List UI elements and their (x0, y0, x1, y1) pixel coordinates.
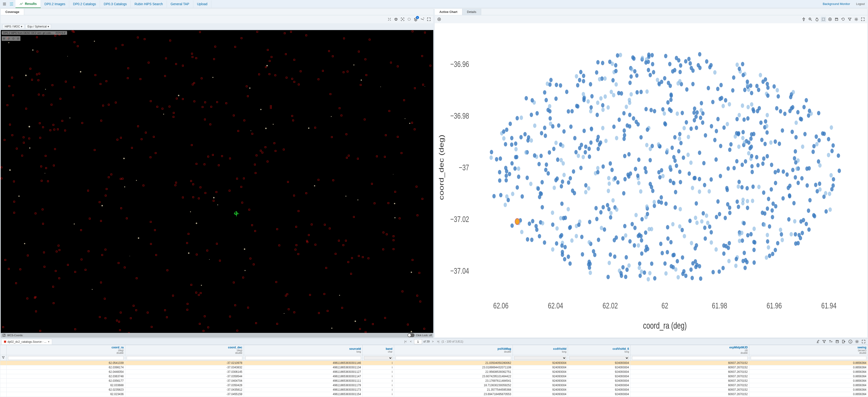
center-icon[interactable] (400, 17, 405, 22)
prev-page-icon[interactable]: < (409, 339, 413, 344)
click-lock-toggle[interactable] (407, 333, 414, 337)
filter-ccdVisitId_6[interactable] (568, 355, 630, 361)
svg-point-239 (678, 170, 682, 174)
table-row[interactable]: 62.0541339-37.0210978496118653830301146i… (0, 361, 868, 365)
table-row[interactable]: 62.0356177-37.0404704496118653830301111i… (0, 379, 868, 383)
info-icon[interactable] (848, 339, 853, 344)
col-sourceId[interactable]: sourceIdlong (244, 345, 363, 355)
row-checkbox[interactable] (0, 370, 6, 374)
next-page-icon[interactable]: > (431, 339, 434, 344)
row-checkbox[interactable] (0, 374, 6, 379)
checkbox-header[interactable] (0, 345, 6, 355)
zoom-in-icon[interactable]: ⊕ (2, 36, 6, 41)
svg-point-502 (765, 124, 768, 128)
col-coord_dec[interactable]: coord_dec(deg)double (125, 345, 244, 355)
svg-point-461 (807, 227, 810, 232)
settings-icon[interactable] (854, 17, 859, 22)
text-options-icon[interactable] (828, 339, 833, 344)
menu-icon[interactable] (1, 1, 7, 7)
zoom-fit-icon[interactable]: ⊙ (11, 36, 16, 41)
tab-dp02-images[interactable]: DP0.2 Images (41, 0, 69, 7)
table-row[interactable]: 62.023436-37.0455159496118653830301154i2… (0, 392, 868, 397)
lock-icon[interactable] (420, 17, 425, 22)
filter-sourceId[interactable] (244, 355, 363, 361)
table-settings-icon[interactable] (855, 339, 860, 344)
color-icon[interactable] (394, 17, 399, 22)
app-logo[interactable] (8, 1, 14, 7)
filter-psfAbMag[interactable] (394, 355, 513, 361)
expand-icon[interactable] (426, 17, 431, 22)
row-checkbox[interactable] (0, 361, 6, 365)
tab-hips-search[interactable]: Rubin HiPS Search (131, 0, 167, 7)
filter-ccdVisitId[interactable] (513, 355, 568, 361)
table-row[interactable]: 62.0398174-37.0343832496118653830301134i… (0, 365, 868, 370)
sky-image[interactable]: DP0.2 HiPS from DESC DC2 sim: gri colo… … (1, 30, 433, 333)
page-input[interactable] (414, 339, 422, 344)
table-row[interactable]: 62.0363748-37.0359544496118653830301147i… (0, 374, 868, 379)
select-icon[interactable] (821, 17, 826, 22)
pin-icon[interactable] (801, 17, 806, 22)
close-icon[interactable]: × (48, 340, 50, 343)
active-chart-tab[interactable]: Active Chart (435, 9, 462, 15)
reset-zoom-icon[interactable] (828, 17, 833, 22)
zoom-icon[interactable] (808, 17, 813, 22)
row-checkbox[interactable] (0, 388, 6, 392)
add-column-icon[interactable] (841, 339, 846, 344)
tab-upload[interactable]: Upload (193, 0, 211, 7)
row-checkbox[interactable] (0, 365, 6, 370)
table-tab[interactable]: dp02_dc2_catalogs.Source - ... × (1, 339, 52, 344)
layers-icon[interactable] (413, 17, 418, 22)
logout-link[interactable]: Logout (856, 2, 867, 6)
hips-moc-dropdown[interactable]: HiPS / MOC ▾ (3, 24, 24, 29)
save-icon[interactable] (834, 17, 839, 22)
add-chart-icon[interactable] (437, 17, 442, 22)
filter-coord_ra[interactable] (6, 355, 125, 361)
scatter-chart[interactable]: 62.0662.0462.026261.9861.9661.94−36.96−3… (435, 23, 867, 338)
details-tab[interactable]: Details (462, 9, 482, 15)
restore-icon[interactable] (841, 17, 846, 22)
col-seeing[interactable]: seeing(arcsec)double (749, 345, 868, 355)
coverage-tab[interactable]: Coverage (1, 9, 24, 15)
col-coord_ra[interactable]: coord_ra(deg)double (6, 345, 125, 355)
tab-dp02-catalogs[interactable]: DP0.2 Catalogs (69, 0, 100, 7)
row-checkbox[interactable] (0, 392, 6, 397)
background-monitor-link[interactable]: Background Monitor (823, 2, 850, 6)
region-icon[interactable] (407, 17, 412, 22)
svg-point-562 (762, 79, 765, 84)
table-scroll[interactable]: coord_ra(deg)doublecoord_dec(deg)doubles… (0, 345, 868, 397)
filter-table-icon[interactable] (822, 339, 827, 344)
filter-band[interactable] (363, 355, 394, 361)
table-row[interactable]: 62.0448354-37.0306145496118653830301127i… (0, 370, 868, 374)
col-psfAbMag[interactable]: psfAbMagdouble (394, 345, 513, 355)
microscope-icon[interactable] (815, 339, 820, 344)
save-table-icon[interactable] (835, 339, 840, 344)
filter-coord_dec[interactable] (125, 355, 244, 361)
expand-chart-icon[interactable] (860, 17, 865, 22)
table-row[interactable]: 62.033688-37.0350428496118653830301179i1… (0, 383, 868, 388)
table-row[interactable]: 62.0235823-37.0435812496118653830301173i… (0, 388, 868, 392)
expand-table-icon[interactable] (861, 339, 866, 344)
svg-point-730 (554, 141, 558, 145)
row-checkbox[interactable] (0, 379, 6, 383)
zoom-out-icon[interactable]: ⊖ (6, 36, 11, 41)
filter-expMidptMJD[interactable] (630, 355, 749, 361)
tab-dp03-catalogs[interactable]: DP0.3 Catalogs (100, 0, 131, 7)
last-page-icon[interactable]: >| (436, 339, 440, 344)
col-band[interactable]: bandchar (363, 345, 394, 355)
col-ccdVisitId_6[interactable]: ccdVisitId_6long (568, 345, 630, 355)
tab-results[interactable]: Results (16, 0, 41, 8)
tab-general-tap[interactable]: General TAP (167, 0, 193, 7)
projection-dropdown[interactable]: Equ / Spherical ▾ (25, 24, 51, 29)
tools-icon[interactable] (387, 17, 392, 22)
filter-icon[interactable] (0, 355, 6, 361)
svg-point-698 (747, 140, 750, 145)
col-expMidptMJD[interactable]: expMidptMJD(d)double (630, 345, 749, 355)
first-page-icon[interactable]: |< (403, 339, 408, 344)
pan-icon[interactable] (814, 17, 819, 22)
filter-icon[interactable] (847, 17, 852, 22)
popout-icon[interactable] (2, 333, 6, 337)
col-ccdVisitId[interactable]: ccdVisitIdlong (513, 345, 568, 355)
row-checkbox[interactable] (0, 383, 6, 388)
filter-seeing[interactable] (749, 355, 868, 361)
zoom-1x-icon[interactable]: ⊘ (16, 36, 21, 41)
